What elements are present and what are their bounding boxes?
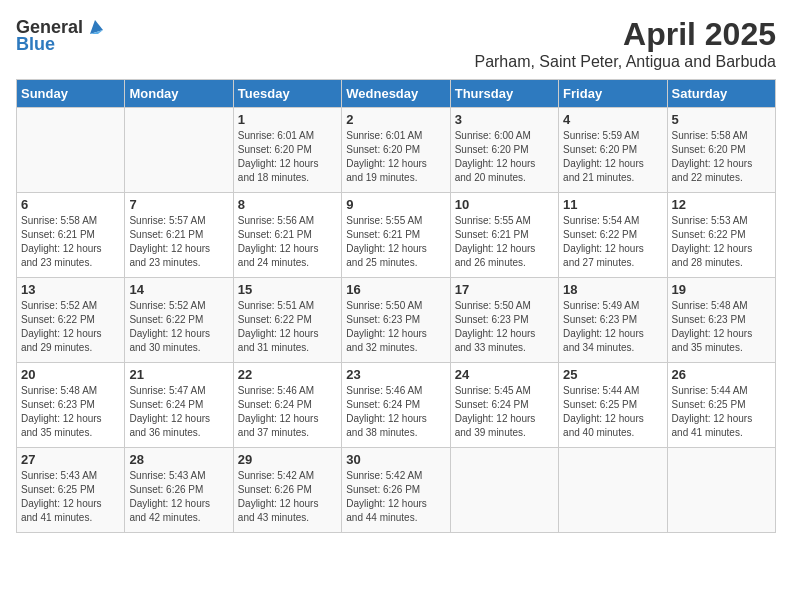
day-info: Sunrise: 5:42 AMSunset: 6:26 PMDaylight:… xyxy=(346,469,445,525)
day-info: Sunrise: 5:43 AMSunset: 6:25 PMDaylight:… xyxy=(21,469,120,525)
calendar-cell: 20Sunrise: 5:48 AMSunset: 6:23 PMDayligh… xyxy=(17,363,125,448)
day-number: 11 xyxy=(563,197,662,212)
day-of-week-header: Friday xyxy=(559,80,667,108)
day-info: Sunrise: 5:56 AMSunset: 6:21 PMDaylight:… xyxy=(238,214,337,270)
day-number: 6 xyxy=(21,197,120,212)
day-number: 22 xyxy=(238,367,337,382)
calendar-cell: 5Sunrise: 5:58 AMSunset: 6:20 PMDaylight… xyxy=(667,108,775,193)
day-number: 14 xyxy=(129,282,228,297)
day-number: 2 xyxy=(346,112,445,127)
calendar-cell: 24Sunrise: 5:45 AMSunset: 6:24 PMDayligh… xyxy=(450,363,558,448)
calendar-cell: 18Sunrise: 5:49 AMSunset: 6:23 PMDayligh… xyxy=(559,278,667,363)
day-number: 5 xyxy=(672,112,771,127)
day-number: 16 xyxy=(346,282,445,297)
calendar-cell: 2Sunrise: 6:01 AMSunset: 6:20 PMDaylight… xyxy=(342,108,450,193)
calendar-cell: 11Sunrise: 5:54 AMSunset: 6:22 PMDayligh… xyxy=(559,193,667,278)
calendar-cell: 25Sunrise: 5:44 AMSunset: 6:25 PMDayligh… xyxy=(559,363,667,448)
day-info: Sunrise: 5:46 AMSunset: 6:24 PMDaylight:… xyxy=(238,384,337,440)
day-info: Sunrise: 5:55 AMSunset: 6:21 PMDaylight:… xyxy=(346,214,445,270)
day-number: 23 xyxy=(346,367,445,382)
calendar-cell: 16Sunrise: 5:50 AMSunset: 6:23 PMDayligh… xyxy=(342,278,450,363)
calendar-cell: 8Sunrise: 5:56 AMSunset: 6:21 PMDaylight… xyxy=(233,193,341,278)
day-info: Sunrise: 5:51 AMSunset: 6:22 PMDaylight:… xyxy=(238,299,337,355)
day-number: 15 xyxy=(238,282,337,297)
day-number: 3 xyxy=(455,112,554,127)
day-of-week-header: Thursday xyxy=(450,80,558,108)
day-info: Sunrise: 5:48 AMSunset: 6:23 PMDaylight:… xyxy=(21,384,120,440)
day-of-week-header: Tuesday xyxy=(233,80,341,108)
day-number: 17 xyxy=(455,282,554,297)
day-info: Sunrise: 5:52 AMSunset: 6:22 PMDaylight:… xyxy=(21,299,120,355)
day-info: Sunrise: 5:43 AMSunset: 6:26 PMDaylight:… xyxy=(129,469,228,525)
day-info: Sunrise: 5:46 AMSunset: 6:24 PMDaylight:… xyxy=(346,384,445,440)
calendar-header-row: SundayMondayTuesdayWednesdayThursdayFrid… xyxy=(17,80,776,108)
calendar-week-row: 20Sunrise: 5:48 AMSunset: 6:23 PMDayligh… xyxy=(17,363,776,448)
day-info: Sunrise: 5:50 AMSunset: 6:23 PMDaylight:… xyxy=(455,299,554,355)
calendar-week-row: 13Sunrise: 5:52 AMSunset: 6:22 PMDayligh… xyxy=(17,278,776,363)
page-header: General Blue April 2025 Parham, Saint Pe… xyxy=(16,16,776,71)
calendar-cell: 4Sunrise: 5:59 AMSunset: 6:20 PMDaylight… xyxy=(559,108,667,193)
day-info: Sunrise: 5:58 AMSunset: 6:21 PMDaylight:… xyxy=(21,214,120,270)
calendar-cell: 23Sunrise: 5:46 AMSunset: 6:24 PMDayligh… xyxy=(342,363,450,448)
day-of-week-header: Sunday xyxy=(17,80,125,108)
day-of-week-header: Saturday xyxy=(667,80,775,108)
day-info: Sunrise: 5:48 AMSunset: 6:23 PMDaylight:… xyxy=(672,299,771,355)
day-number: 9 xyxy=(346,197,445,212)
day-info: Sunrise: 5:57 AMSunset: 6:21 PMDaylight:… xyxy=(129,214,228,270)
calendar-cell xyxy=(559,448,667,533)
day-number: 29 xyxy=(238,452,337,467)
day-number: 20 xyxy=(21,367,120,382)
calendar-cell: 10Sunrise: 5:55 AMSunset: 6:21 PMDayligh… xyxy=(450,193,558,278)
day-info: Sunrise: 5:44 AMSunset: 6:25 PMDaylight:… xyxy=(672,384,771,440)
day-info: Sunrise: 5:47 AMSunset: 6:24 PMDaylight:… xyxy=(129,384,228,440)
day-number: 7 xyxy=(129,197,228,212)
day-info: Sunrise: 5:42 AMSunset: 6:26 PMDaylight:… xyxy=(238,469,337,525)
calendar-week-row: 1Sunrise: 6:01 AMSunset: 6:20 PMDaylight… xyxy=(17,108,776,193)
day-number: 28 xyxy=(129,452,228,467)
day-info: Sunrise: 5:50 AMSunset: 6:23 PMDaylight:… xyxy=(346,299,445,355)
day-number: 27 xyxy=(21,452,120,467)
day-info: Sunrise: 5:59 AMSunset: 6:20 PMDaylight:… xyxy=(563,129,662,185)
day-info: Sunrise: 5:52 AMSunset: 6:22 PMDaylight:… xyxy=(129,299,228,355)
day-of-week-header: Monday xyxy=(125,80,233,108)
logo-blue-text: Blue xyxy=(16,34,55,55)
day-number: 1 xyxy=(238,112,337,127)
day-number: 13 xyxy=(21,282,120,297)
calendar-cell: 12Sunrise: 5:53 AMSunset: 6:22 PMDayligh… xyxy=(667,193,775,278)
calendar-cell: 28Sunrise: 5:43 AMSunset: 6:26 PMDayligh… xyxy=(125,448,233,533)
calendar-week-row: 27Sunrise: 5:43 AMSunset: 6:25 PMDayligh… xyxy=(17,448,776,533)
calendar-cell: 7Sunrise: 5:57 AMSunset: 6:21 PMDaylight… xyxy=(125,193,233,278)
calendar-cell xyxy=(125,108,233,193)
calendar-cell: 29Sunrise: 5:42 AMSunset: 6:26 PMDayligh… xyxy=(233,448,341,533)
calendar-cell: 6Sunrise: 5:58 AMSunset: 6:21 PMDaylight… xyxy=(17,193,125,278)
calendar-cell: 1Sunrise: 6:01 AMSunset: 6:20 PMDaylight… xyxy=(233,108,341,193)
calendar-cell xyxy=(450,448,558,533)
location-title: Parham, Saint Peter, Antigua and Barbuda xyxy=(474,53,776,71)
calendar-cell: 13Sunrise: 5:52 AMSunset: 6:22 PMDayligh… xyxy=(17,278,125,363)
calendar-cell: 26Sunrise: 5:44 AMSunset: 6:25 PMDayligh… xyxy=(667,363,775,448)
calendar-cell: 22Sunrise: 5:46 AMSunset: 6:24 PMDayligh… xyxy=(233,363,341,448)
day-info: Sunrise: 6:01 AMSunset: 6:20 PMDaylight:… xyxy=(238,129,337,185)
month-title: April 2025 xyxy=(474,16,776,53)
day-number: 4 xyxy=(563,112,662,127)
svg-marker-0 xyxy=(90,20,103,34)
calendar-cell: 17Sunrise: 5:50 AMSunset: 6:23 PMDayligh… xyxy=(450,278,558,363)
day-number: 24 xyxy=(455,367,554,382)
day-info: Sunrise: 5:45 AMSunset: 6:24 PMDaylight:… xyxy=(455,384,554,440)
day-info: Sunrise: 5:49 AMSunset: 6:23 PMDaylight:… xyxy=(563,299,662,355)
calendar-cell: 19Sunrise: 5:48 AMSunset: 6:23 PMDayligh… xyxy=(667,278,775,363)
day-number: 19 xyxy=(672,282,771,297)
day-of-week-header: Wednesday xyxy=(342,80,450,108)
day-info: Sunrise: 6:00 AMSunset: 6:20 PMDaylight:… xyxy=(455,129,554,185)
calendar-cell: 14Sunrise: 5:52 AMSunset: 6:22 PMDayligh… xyxy=(125,278,233,363)
day-info: Sunrise: 5:58 AMSunset: 6:20 PMDaylight:… xyxy=(672,129,771,185)
day-number: 10 xyxy=(455,197,554,212)
day-number: 25 xyxy=(563,367,662,382)
calendar-cell: 9Sunrise: 5:55 AMSunset: 6:21 PMDaylight… xyxy=(342,193,450,278)
title-block: April 2025 Parham, Saint Peter, Antigua … xyxy=(474,16,776,71)
day-info: Sunrise: 6:01 AMSunset: 6:20 PMDaylight:… xyxy=(346,129,445,185)
day-info: Sunrise: 5:53 AMSunset: 6:22 PMDaylight:… xyxy=(672,214,771,270)
logo: General Blue xyxy=(16,16,107,55)
calendar-cell: 27Sunrise: 5:43 AMSunset: 6:25 PMDayligh… xyxy=(17,448,125,533)
day-info: Sunrise: 5:55 AMSunset: 6:21 PMDaylight:… xyxy=(455,214,554,270)
